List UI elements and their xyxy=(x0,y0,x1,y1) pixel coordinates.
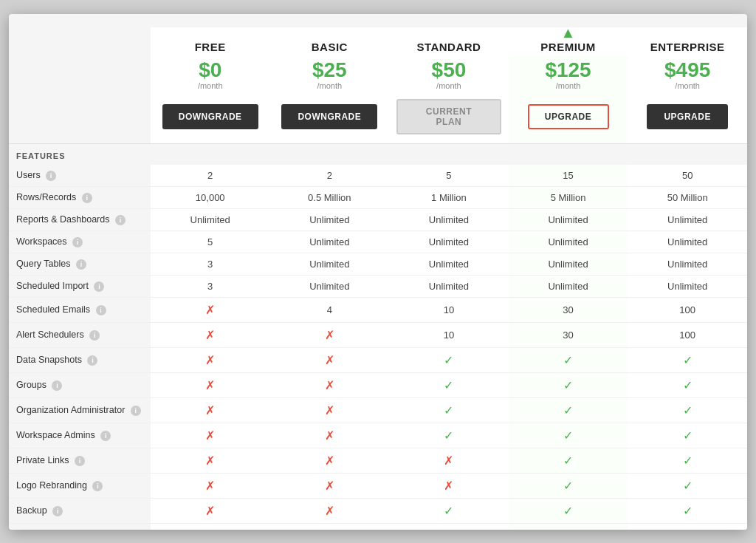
cross-icon: ✗ xyxy=(205,379,215,392)
check-icon: ✓ xyxy=(683,429,693,442)
table-row: Access Logs i✗✓✓✓✓ xyxy=(9,524,747,530)
table-row: Alert Schedulers i✗✗1030100 xyxy=(9,323,747,348)
cross-icon: ✗ xyxy=(205,404,215,417)
cross-icon: ✗ xyxy=(325,329,334,341)
check-icon: ✓ xyxy=(563,379,573,392)
check-icon: ✓ xyxy=(563,429,573,442)
feature-header xyxy=(9,27,151,56)
info-icon[interactable]: i xyxy=(115,215,126,225)
check-icon: ✓ xyxy=(444,404,453,417)
downgrade-free-button[interactable]: DOWNGRADE xyxy=(162,104,258,129)
check-icon: ✓ xyxy=(683,454,693,467)
table-row: Query Tables i3UnlimitedUnlimitedUnlimit… xyxy=(9,253,747,276)
downgrade-basic-button[interactable]: DOWNGRADE xyxy=(281,104,377,129)
cross-icon: ✗ xyxy=(205,429,215,442)
price-enterprise: $495 /month xyxy=(628,56,747,94)
info-icon[interactable]: i xyxy=(82,193,92,203)
btn-cell-enterprise: UPGRADE xyxy=(628,93,747,144)
price-basic: $25 /month xyxy=(270,56,390,94)
check-icon: ✓ xyxy=(563,354,573,366)
current-plan-button: CURRENT PLAN xyxy=(396,99,501,134)
table-row: Data Snapshots i✗✗✓✓✓ xyxy=(9,348,747,373)
info-icon[interactable]: i xyxy=(87,355,97,366)
cross-icon: ✗ xyxy=(205,304,215,316)
check-icon: ✓ xyxy=(444,354,453,366)
info-icon[interactable]: i xyxy=(52,506,63,516)
check-icon: ✓ xyxy=(683,379,693,392)
plan-header-premium: ▲ PREMIUM xyxy=(509,27,628,56)
cross-icon: ✗ xyxy=(325,379,334,392)
premium-star-icon: ▲ xyxy=(560,27,575,41)
check-icon: ✓ xyxy=(683,354,693,366)
check-icon: ✓ xyxy=(563,505,573,517)
cross-icon: ✗ xyxy=(205,479,215,492)
plan-header-standard: STANDARD xyxy=(389,27,509,56)
upgrade-premium-button[interactable]: UPGRADE xyxy=(528,104,609,129)
check-icon: ✓ xyxy=(563,404,573,417)
cross-icon: ✗ xyxy=(325,505,334,517)
info-icon[interactable]: i xyxy=(92,481,103,491)
table-row: Backup i✗✗✓✓✓ xyxy=(9,499,747,524)
section-header-features: FEATURES xyxy=(9,144,747,165)
info-icon[interactable]: i xyxy=(100,431,111,441)
cross-icon: ✗ xyxy=(325,354,334,366)
check-icon: ✓ xyxy=(683,479,693,492)
plan-price-row: $0 /month $25 /month $50 /month $125 /mo… xyxy=(9,56,747,94)
cross-icon: ✗ xyxy=(205,505,215,517)
table-row: Private Links i✗✗✗✓✓ xyxy=(9,448,747,474)
table-row: Organization Administrator i✗✗✓✓✓ xyxy=(9,398,747,423)
price-premium: $125 /month xyxy=(509,56,628,94)
cross-icon: ✗ xyxy=(325,479,334,492)
cross-icon: ✗ xyxy=(325,429,334,442)
plan-header-free: FREE xyxy=(151,27,270,56)
cross-icon: ✗ xyxy=(205,454,215,467)
pricing-modal: FREE BASIC STANDARD ▲ PREMIUM ENTERPRISE… xyxy=(9,14,747,530)
check-icon: ✓ xyxy=(563,454,573,467)
plan-btn-row: DOWNGRADE DOWNGRADE CURRENT PLAN UPGRADE… xyxy=(9,93,747,144)
cross-icon: ✗ xyxy=(205,329,215,341)
features-body: FEATURESUsers i2251550Rows/Records i10,0… xyxy=(9,144,747,530)
table-row: Scheduled Emails i✗41030100 xyxy=(9,298,747,323)
cross-icon: ✗ xyxy=(205,354,215,366)
price-free: $0 /month xyxy=(151,56,270,94)
btn-cell-basic: DOWNGRADE xyxy=(270,93,390,144)
table-row: Users i2251550 xyxy=(9,165,747,187)
info-icon[interactable]: i xyxy=(96,305,106,315)
btn-cell-premium: UPGRADE xyxy=(509,93,628,144)
cross-icon: ✗ xyxy=(325,454,334,467)
info-icon[interactable]: i xyxy=(75,456,85,466)
plan-header-enterprise: ENTERPRISE xyxy=(628,27,747,56)
check-icon: ✓ xyxy=(444,429,453,442)
btn-cell-standard: CURRENT PLAN xyxy=(389,93,509,144)
cross-icon: ✗ xyxy=(325,404,334,417)
check-icon: ✓ xyxy=(683,404,693,417)
table-row: Reports & Dashboards iUnlimitedUnlimited… xyxy=(9,209,747,231)
info-icon[interactable]: i xyxy=(52,380,62,391)
table-row: Workspaces i5UnlimitedUnlimitedUnlimited… xyxy=(9,231,747,253)
btn-cell-free: DOWNGRADE xyxy=(151,93,270,144)
go-back-button[interactable] xyxy=(9,14,747,27)
check-icon: ✓ xyxy=(444,505,453,517)
price-standard: $50 /month xyxy=(389,56,509,94)
info-icon[interactable]: i xyxy=(46,171,56,181)
pricing-table: FREE BASIC STANDARD ▲ PREMIUM ENTERPRISE… xyxy=(9,27,747,530)
table-row: Groups i✗✗✓✓✓ xyxy=(9,373,747,398)
check-icon: ✓ xyxy=(563,479,573,492)
table-row: Logo Rebranding i✗✗✗✓✓ xyxy=(9,474,747,499)
cross-icon: ✗ xyxy=(444,454,453,467)
table-row: Scheduled Import i3UnlimitedUnlimitedUnl… xyxy=(9,276,747,298)
cross-icon: ✗ xyxy=(444,479,453,492)
plan-table-wrapper: FREE BASIC STANDARD ▲ PREMIUM ENTERPRISE… xyxy=(9,27,747,530)
upgrade-enterprise-button[interactable]: UPGRADE xyxy=(647,104,728,129)
table-row: Workspace Admins i✗✗✓✓✓ xyxy=(9,423,747,448)
info-icon[interactable]: i xyxy=(94,281,104,292)
table-row: Rows/Records i10,0000.5 Million1 Million… xyxy=(9,187,747,209)
info-icon[interactable]: i xyxy=(131,406,141,416)
info-icon[interactable]: i xyxy=(89,330,100,341)
check-icon: ✓ xyxy=(683,505,693,517)
plan-header-basic: BASIC xyxy=(270,27,390,56)
plan-name-row: FREE BASIC STANDARD ▲ PREMIUM ENTERPRISE xyxy=(9,27,747,56)
info-icon[interactable]: i xyxy=(76,259,86,270)
check-icon: ✓ xyxy=(444,379,453,392)
info-icon[interactable]: i xyxy=(72,237,83,247)
